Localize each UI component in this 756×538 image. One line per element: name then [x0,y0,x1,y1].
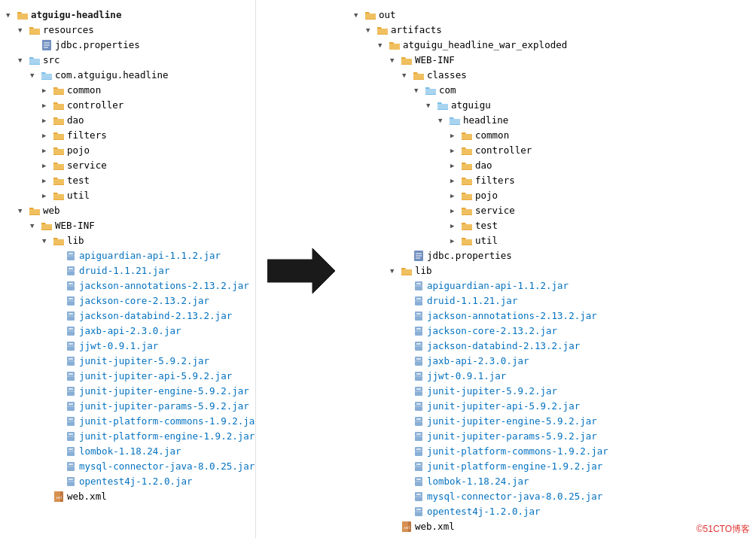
tree-item-jar14[interactable]: lombok-1.18.24.jar [6,444,249,459]
watermark: ©51CTO博客 [697,523,750,536]
item-label: junit-platform-commons-1.9.2.jar [79,414,256,429]
tree-item-r-jar9[interactable]: junit-jupiter-api-5.9.2.jar [354,399,750,414]
tree-item-r-jar12[interactable]: junit-platform-commons-1.9.2.jar [354,444,750,459]
item-label: opentest4j-1.2.0.jar [79,474,193,489]
tree-item-root[interactable]: ▼atguigu-headline [6,8,249,23]
item-label: atguigu_headline_war_exploded [403,38,567,53]
item-label: jackson-annotations-2.13.2.jar [427,309,597,324]
tree-item-r-jar13[interactable]: junit-platform-engine-1.9.2.jar [354,459,750,474]
tree-item-webinf[interactable]: ▼WEB-INF [6,218,249,233]
tree-item-r-jar4[interactable]: jackson-core-2.13.2.jar [354,324,750,339]
tree-item-util[interactable]: ▶util [6,188,249,203]
tree-item-jar13[interactable]: junit-platform-engine-1.9.2.jar [6,429,249,444]
item-label: apiguardian-api-1.1.2.jar [79,248,221,263]
tree-item-r-classes[interactable]: ▼classes [354,68,750,83]
tree-item-dao[interactable]: ▶dao [6,113,249,128]
tree-item-r-jar10[interactable]: junit-jupiter-engine-5.9.2.jar [354,414,750,429]
item-label: com [439,83,456,98]
tree-item-r-out[interactable]: ▼out [354,8,750,23]
tree-item-r-jar11[interactable]: junit-jupiter-params-5.9.2.jar [354,429,750,444]
tree-item-r-atguigu[interactable]: ▼atguigu [354,98,750,113]
tree-item-jar6[interactable]: jaxb-api-2.3.0.jar [6,324,249,339]
tree-item-common[interactable]: ▶common [6,83,249,98]
tree-item-r-jar14[interactable]: lombok-1.18.24.jar [354,474,750,489]
item-label: com.atguigu.headline [55,68,169,83]
tree-item-service[interactable]: ▶service [6,158,249,173]
tree-item-com[interactable]: ▼com.atguigu.headline [6,68,249,83]
tree-item-filters[interactable]: ▶filters [6,128,249,143]
tree-item-r-common[interactable]: ▶common [354,128,750,143]
tree-item-r-jar7[interactable]: jjwt-0.9.1.jar [354,369,750,384]
tree-item-r-filters[interactable]: ▶filters [354,173,750,188]
tree-item-jar12[interactable]: junit-platform-commons-1.9.2.jar [6,414,249,429]
tree-item-jdbc-props[interactable]: jdbc.properties [6,38,249,53]
tree-item-jar16[interactable]: opentest4j-1.2.0.jar [6,474,249,489]
tree-item-r-exploded[interactable]: ▼atguigu_headline_war_exploded [354,38,750,53]
tree-item-jar3[interactable]: jackson-annotations-2.13.2.jar [6,278,249,293]
tree-item-jar11[interactable]: junit-jupiter-params-5.9.2.jar [6,399,249,414]
tree-item-jar4[interactable]: jackson-core-2.13.2.jar [6,293,249,309]
item-label: junit-jupiter-engine-5.9.2.jar [427,414,597,429]
item-label: jjwt-0.9.1.jar [79,339,158,354]
tree-item-r-jdbc[interactable]: jdbc.properties [354,248,750,263]
tree-item-resources[interactable]: ▼resources [6,23,249,38]
tree-item-r-dao[interactable]: ▶dao [354,158,750,173]
item-label: junit-jupiter-params-5.9.2.jar [79,399,249,414]
tree-item-r-jar6[interactable]: jaxb-api-2.3.0.jar [354,354,750,369]
tree-item-jar7[interactable]: jjwt-0.9.1.jar [6,339,249,354]
tree-item-test[interactable]: ▶test [6,173,249,188]
tree-item-jar10[interactable]: junit-jupiter-engine-5.9.2.jar [6,384,249,399]
tree-item-jar5[interactable]: jackson-databind-2.13.2.jar [6,309,249,324]
item-label: junit-jupiter-params-5.9.2.jar [427,429,597,444]
item-label: jackson-core-2.13.2.jar [427,324,557,339]
tree-item-r-jar3[interactable]: jackson-annotations-2.13.2.jar [354,309,750,324]
tree-item-jar9[interactable]: junit-jupiter-api-5.9.2.jar [6,369,249,384]
tree-item-r-artifacts[interactable]: ▼artifacts [354,23,750,38]
item-label: artifacts [391,23,442,38]
tree-item-jar2[interactable]: druid-1.1.21.jar [6,263,249,278]
item-label: jdbc.properties [427,248,512,263]
tree-item-r-jar1[interactable]: apiguardian-api-1.1.2.jar [354,278,750,293]
left-tree: ▼atguigu-headline▼resourcesjdbc.properti… [6,8,249,504]
tree-item-lib[interactable]: ▼lib [6,233,249,248]
item-label: jjwt-0.9.1.jar [427,369,506,384]
item-label: util [67,188,90,203]
tree-item-r-jar16[interactable]: opentest4j-1.2.0.jar [354,504,750,519]
tree-item-r-util[interactable]: ▶util [354,233,750,248]
tree-item-r-test[interactable]: ▶test [354,218,750,233]
item-label: apiguardian-api-1.1.2.jar [427,278,569,293]
tree-item-r-headline[interactable]: ▼headline [354,113,750,128]
item-label: controller [475,143,532,158]
item-label: service [475,203,515,218]
item-label: junit-jupiter-engine-5.9.2.jar [79,384,249,399]
tree-item-r-service[interactable]: ▶service [354,203,750,218]
tree-item-r-lib[interactable]: ▼lib [354,263,750,278]
tree-item-r-jar15[interactable]: mysql-connector-java-8.0.25.jar [354,489,750,504]
tree-item-r-webinf[interactable]: ▼WEB-INF [354,53,750,68]
tree-item-pojo[interactable]: ▶pojo [6,143,249,158]
tree-item-jar1[interactable]: apiguardian-api-1.1.2.jar [6,248,249,263]
tree-item-r-jar8[interactable]: junit-jupiter-5.9.2.jar [354,384,750,399]
left-panel: ▼atguigu-headline▼resourcesjdbc.properti… [0,0,256,538]
tree-item-jar8[interactable]: junit-jupiter-5.9.2.jar [6,354,249,369]
tree-item-r-jar2[interactable]: druid-1.1.21.jar [354,293,750,309]
item-label: dao [475,158,492,173]
tree-item-web[interactable]: ▼web [6,203,249,218]
item-label: web.xml [67,489,107,504]
tree-item-r-pojo[interactable]: ▶pojo [354,188,750,203]
tree-item-r-controller[interactable]: ▶controller [354,143,750,158]
item-label: junit-jupiter-5.9.2.jar [79,354,209,369]
tree-item-r-jar5[interactable]: jackson-databind-2.13.2.jar [354,339,750,354]
item-label: common [67,83,101,98]
item-label: junit-jupiter-api-5.9.2.jar [427,399,580,414]
right-panel: ▼out▼artifacts▼atguigu_headline_war_expl… [346,0,756,538]
tree-item-r-webxml[interactable]: web.xml [354,519,750,534]
tree-item-src[interactable]: ▼src [6,53,249,68]
item-label: atguigu-headline [31,8,121,23]
tree-item-webxml[interactable]: web.xml [6,489,249,504]
tree-item-r-com[interactable]: ▼com [354,83,750,98]
item-label: jackson-databind-2.13.2.jar [79,309,232,324]
tree-item-controller[interactable]: ▶controller [6,98,249,113]
item-label: pojo [67,143,90,158]
tree-item-jar15[interactable]: mysql-connector-java-8.0.25.jar [6,459,249,474]
